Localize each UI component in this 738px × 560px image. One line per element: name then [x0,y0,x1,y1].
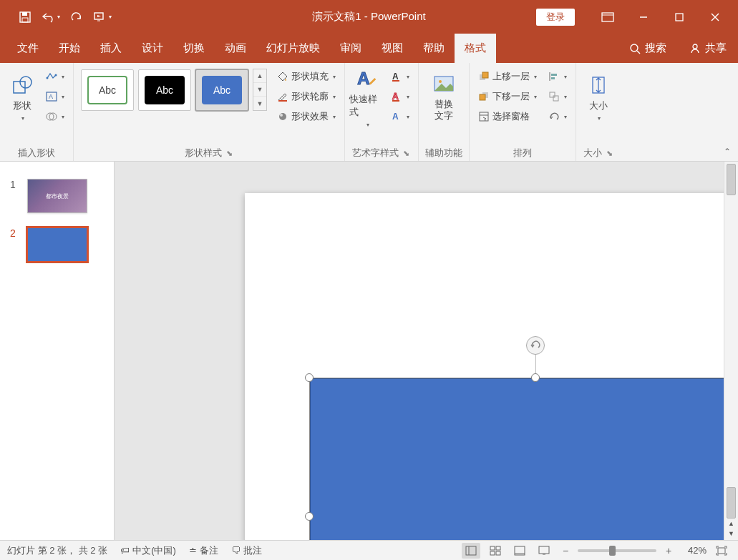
align-button[interactable]: ▾ [544,67,571,86]
start-from-beginning-button[interactable]: ▾ [90,6,115,28]
tab-animations[interactable]: 动画 [215,34,256,63]
tab-help[interactable]: 帮助 [413,34,455,63]
group-accessibility: 替换 文字 辅助功能 [419,63,470,161]
text-effects-button[interactable]: A▾ [387,107,414,126]
tab-file[interactable]: 文件 [7,34,49,63]
size-button[interactable]: 大小▾ [581,66,616,129]
shape-outline-button[interactable]: 形状轮廓▾ [273,87,340,106]
tab-design[interactable]: 设计 [132,34,173,63]
slideshow-view-button[interactable] [535,543,553,559]
tab-review[interactable]: 审阅 [330,34,372,63]
svg-rect-33 [482,72,488,78]
group-button[interactable]: ▾ [544,87,571,106]
slide-canvas-area[interactable]: ▲ ▼ [115,162,738,540]
svg-text:A: A [392,92,399,102]
svg-text:A: A [392,72,399,82]
send-backward-button[interactable]: 下移一层▾ [474,87,541,106]
slide-2-preview [27,227,87,262]
style-preset-3[interactable]: Abc [195,69,248,111]
group-label: 辅助功能 [423,145,465,161]
share-button[interactable]: 共享 [678,34,738,63]
shapes-button[interactable]: 形状▾ [4,66,40,129]
alt-text-button[interactable]: 替换 文字 [423,66,465,129]
minimize-button[interactable] [626,6,661,28]
svg-rect-52 [539,546,549,554]
fit-to-window-button[interactable] [712,543,731,559]
normal-view-button[interactable] [462,543,480,559]
collapse-ribbon-button[interactable]: ⌃ [721,145,734,158]
tab-home[interactable]: 开始 [49,34,90,63]
text-outline-button[interactable]: A▾ [387,87,414,106]
shape-effects-button[interactable]: 形状效果▾ [273,107,340,126]
rotate-button[interactable]: ▾ [544,107,571,126]
slide-sorter-view-button[interactable] [486,543,505,559]
text-fill-button[interactable]: A▾ [387,67,414,86]
thumbnail-1[interactable]: 1 [0,175,114,223]
tab-format[interactable]: 格式 [455,34,496,63]
bring-forward-button[interactable]: 上移一层▾ [474,67,541,86]
group-label: 插入形状 [4,145,69,161]
resize-handle-tl[interactable] [305,373,314,382]
workspace: 1 2 ▲ ▼ [0,162,738,540]
text-box-button[interactable]: A▾ [42,87,69,106]
reading-view-button[interactable] [510,543,529,559]
ribbon-display-options-button[interactable] [591,6,625,28]
search-button[interactable]: 搜索 [618,34,678,63]
next-slide-button[interactable]: ▼ [724,527,738,540]
style-preset-1[interactable]: Abc [81,69,134,111]
merge-shapes-button[interactable]: ▾ [42,107,69,126]
gallery-down-button[interactable]: ▼ [253,83,266,97]
tab-insert[interactable]: 插入 [90,34,132,63]
svg-text:A: A [49,93,53,100]
rotate-icon [530,340,541,351]
maximize-button[interactable] [662,6,696,28]
resize-handle-l[interactable] [305,512,314,521]
slide-indicator[interactable]: 幻灯片 第 2 张， 共 2 张 [7,544,107,557]
svg-rect-26 [392,80,399,82]
quick-styles-button[interactable]: A 快速样式▾ [349,66,385,129]
save-button[interactable] [13,6,37,28]
scrollbar-thumb-bottom[interactable] [727,487,736,519]
shape-fill-button[interactable]: 形状填充▾ [273,67,340,86]
doc-name: 演示文稿1 [312,10,361,22]
size-launcher[interactable]: ⬊ [605,149,614,158]
notes-button[interactable]: ≐备注 [189,544,218,557]
ribbon: 形状▾ ▾ A▾ ▾ 插入形状 Abc Abc Abc ▲ ▼ ▼ [0,63,738,162]
shapes-icon [11,74,34,97]
gallery-up-button[interactable]: ▲ [253,69,266,83]
login-button[interactable]: 登录 [536,9,575,26]
scrollbar-thumb-top[interactable] [727,164,736,195]
zoom-level[interactable]: 42% [681,545,707,556]
shape-styles-launcher[interactable]: ⬊ [225,149,234,158]
resize-handle-t[interactable] [531,373,540,382]
slide-1-preview [27,179,87,213]
redo-button[interactable] [64,6,89,28]
tab-view[interactable]: 视图 [372,34,413,63]
slide-thumbnails-pane[interactable]: 1 2 [0,162,115,540]
language-indicator[interactable]: 🏷中文(中国) [120,544,176,557]
svg-rect-4 [602,13,613,21]
quick-access-toolbar: ▾ ▾ [0,6,115,28]
rotation-handle[interactable] [526,336,545,355]
selection-pane-button[interactable]: 选择窗格 [474,107,541,126]
tab-transitions[interactable]: 切换 [173,34,215,63]
comments-button[interactable]: 🗨批注 [231,544,262,557]
undo-button[interactable]: ▾ [39,6,63,28]
outline-icon [277,91,288,102]
wordart-launcher[interactable]: ⬊ [402,149,411,158]
zoom-slider-handle[interactable] [609,546,616,556]
zoom-in-button[interactable]: + [662,544,675,557]
tab-slideshow[interactable]: 幻灯片放映 [256,34,330,63]
edit-shape-button[interactable]: ▾ [42,67,69,86]
close-button[interactable] [698,6,732,28]
style-preset-2[interactable]: Abc [138,69,191,111]
zoom-out-button[interactable]: − [559,544,572,557]
selected-rectangle-shape[interactable] [309,378,738,540]
gallery-more-button[interactable]: ▼ [253,97,266,110]
text-outline-icon: A [391,91,402,102]
zoom-slider[interactable] [578,549,656,552]
group-label: 排列 [474,145,571,161]
vertical-scrollbar[interactable]: ▲ ▼ [724,162,738,540]
thumbnail-2[interactable]: 2 [0,223,114,272]
merge-icon [46,111,57,122]
